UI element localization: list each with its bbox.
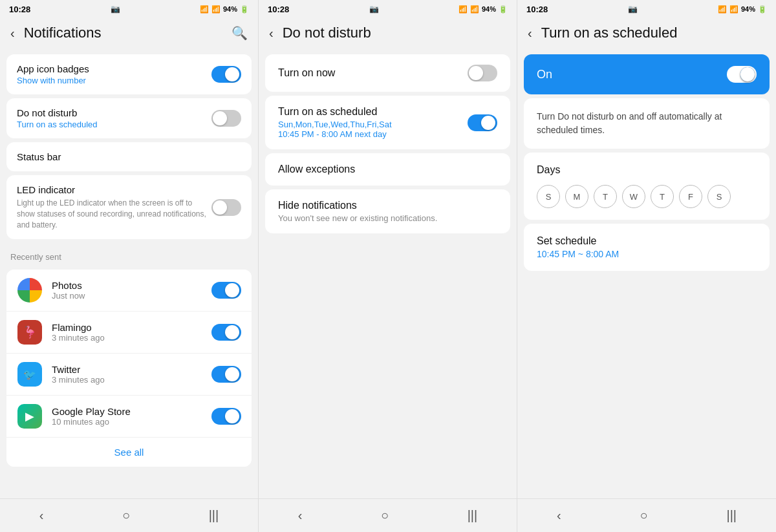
allow-exceptions-item[interactable]: Allow exceptions (265, 153, 510, 186)
nav-recents-2[interactable]: ||| (462, 503, 483, 528)
day-friday[interactable]: F (679, 185, 702, 208)
list-item: 🐦 Twitter 3 minutes ago (6, 354, 252, 396)
twitter-icon: 🐦 (17, 361, 43, 387)
header-2: ‹ Do not disturb (259, 18, 517, 50)
list-item: Photos Just now (6, 270, 252, 312)
status-bar-card: Status bar (6, 142, 252, 171)
bottom-nav-3: ‹ ○ ||| (517, 498, 776, 532)
recently-sent-label: Recently sent (0, 243, 258, 266)
do-not-disturb-item: Do not disturb Turn on as scheduled (6, 98, 252, 138)
panel-notifications: 10:28 📷 📶 📶 94% 🔋 ‹ Notifications 🔍 App … (0, 0, 259, 532)
days-row: S M T W T F S (537, 185, 757, 208)
list-item: ▶ Google Play Store 10 minutes ago (6, 396, 252, 438)
day-saturday[interactable]: S (707, 185, 731, 208)
nav-home-1[interactable]: ○ (117, 503, 135, 528)
nav-back-3[interactable]: ‹ (552, 503, 566, 528)
day-wednesday[interactable]: W (622, 185, 645, 208)
do-not-disturb-toggle[interactable] (211, 110, 241, 127)
nav-home-3[interactable]: ○ (634, 503, 652, 528)
signal-icon-3: 📶 (729, 5, 738, 14)
nav-back-2[interactable]: ‹ (293, 503, 308, 528)
nav-home-2[interactable]: ○ (376, 503, 394, 528)
play-store-icon: ▶ (17, 403, 43, 429)
photos-toggle[interactable] (211, 282, 241, 299)
back-button-3[interactable]: ‹ (528, 26, 532, 41)
twitter-time: 3 minutes ago (52, 375, 211, 385)
back-button-1[interactable]: ‹ (10, 26, 15, 41)
allow-exceptions-title: Allow exceptions (278, 164, 497, 175)
battery-icon-2: 🔋 (499, 5, 508, 14)
on-toggle[interactable] (727, 66, 757, 83)
page-title-3: Turn on as scheduled (541, 25, 766, 41)
led-indicator-subtitle: Light up the LED indicator when the scre… (17, 198, 211, 230)
twitter-info: Twitter 3 minutes ago (52, 364, 211, 385)
turn-on-now-title: Turn on now (278, 67, 468, 79)
status-icons-2: 📶 📶 94% 🔋 (458, 5, 508, 14)
hide-notifications-subtitle: You won't see new or existing notificati… (278, 213, 497, 223)
day-tuesday[interactable]: T (594, 185, 617, 208)
flamingo-toggle[interactable] (211, 324, 241, 341)
turn-on-now-toggle[interactable] (468, 65, 497, 81)
flamingo-info: Flamingo 3 minutes ago (52, 322, 211, 343)
page-title-1: Notifications (24, 25, 232, 41)
header-1: ‹ Notifications 🔍 (0, 18, 258, 50)
play-store-name: Google Play Store (52, 406, 211, 417)
day-monday[interactable]: M (565, 185, 588, 208)
panel-do-not-disturb: 10:28 📷 📶 📶 94% 🔋 ‹ Do not disturb Turn … (259, 0, 517, 532)
signal-icon: 📶 (211, 5, 221, 14)
led-indicator-toggle[interactable] (211, 199, 241, 216)
day-thursday[interactable]: T (651, 185, 674, 208)
led-indicator-text: LED indicator Light up the LED indicator… (17, 184, 211, 230)
status-icon-image-3: 📷 (628, 5, 638, 14)
panel-turn-on-scheduled: 10:28 📷 📶 📶 94% 🔋 ‹ Turn on as scheduled… (517, 0, 776, 532)
set-schedule-card[interactable]: Set schedule 10:45 PM ~ 8:00 AM (524, 224, 770, 271)
app-icon-badges-toggle[interactable] (211, 66, 241, 83)
see-all-button[interactable]: See all (6, 438, 252, 467)
battery-icon: 🔋 (240, 5, 249, 14)
nav-recents-3[interactable]: ||| (721, 503, 742, 528)
bottom-nav-2: ‹ ○ ||| (259, 498, 517, 532)
do-not-disturb-card: Do not disturb Turn on as scheduled (6, 98, 252, 138)
app-icon-badges-text: App icon badges Show with number (17, 63, 211, 85)
flamingo-time: 3 minutes ago (52, 333, 211, 343)
turn-on-scheduled-title: Turn on as scheduled (278, 106, 468, 118)
hide-notifications-item[interactable]: Hide notifications You won't see new or … (265, 189, 510, 233)
content-2: Turn on now Turn on as scheduled Sun,Mon… (259, 50, 517, 532)
day-sunday[interactable]: S (537, 185, 560, 208)
photos-name: Photos (52, 280, 211, 291)
list-item: 🦩 Flamingo 3 minutes ago (6, 312, 252, 354)
photos-info: Photos Just now (52, 280, 211, 301)
turn-on-scheduled-toggle[interactable] (468, 114, 497, 131)
status-bar-3: 10:28 📷 📶 📶 94% 🔋 (517, 0, 776, 18)
status-bar-text: Status bar (17, 151, 241, 162)
hide-notifications-title: Hide notifications (278, 200, 497, 211)
status-bar-1: 10:28 📷 📶 📶 94% 🔋 (0, 0, 258, 18)
time-1: 10:28 (9, 5, 30, 14)
turn-on-scheduled-card: Turn on as scheduled Sun,Mon,Tue,Wed,Thu… (265, 96, 510, 149)
app-icon-badges-title: App icon badges (17, 63, 211, 74)
turn-on-scheduled-item: Turn on as scheduled Sun,Mon,Tue,Wed,Thu… (265, 96, 510, 149)
recently-sent-card: Photos Just now 🦩 Flamingo 3 minutes ago (6, 270, 252, 467)
wifi-icon-2: 📶 (458, 5, 468, 14)
do-not-disturb-subtitle[interactable]: Turn on as scheduled (17, 120, 211, 129)
play-store-toggle[interactable] (211, 408, 241, 425)
content-1: App icon badges Show with number Do not … (0, 50, 258, 532)
content-3: On Turn Do not disturb on and off automa… (517, 50, 776, 532)
led-indicator-card: LED indicator Light up the LED indicator… (6, 175, 252, 239)
do-not-disturb-title: Do not disturb (17, 107, 211, 118)
twitter-toggle[interactable] (211, 366, 241, 383)
led-indicator-title: LED indicator (17, 184, 211, 195)
info-text: Turn Do not disturb on and off automatic… (537, 110, 757, 137)
battery-1: 94% (223, 5, 237, 13)
do-not-disturb-text: Do not disturb Turn on as scheduled (17, 107, 211, 129)
back-button-2[interactable]: ‹ (269, 26, 274, 41)
scheduled-days: Sun,Mon,Tue,Wed,Thu,Fri,Sat (278, 120, 468, 129)
turn-on-now-card: Turn on now (265, 54, 510, 92)
wifi-icon: 📶 (200, 5, 209, 14)
nav-recents-1[interactable]: ||| (204, 503, 224, 528)
status-bar-title: Status bar (17, 151, 241, 162)
search-button-1[interactable]: 🔍 (232, 25, 248, 41)
signal-icon-2: 📶 (470, 5, 479, 14)
status-bar-2: 10:28 📷 📶 📶 94% 🔋 (259, 0, 517, 18)
nav-back-1[interactable]: ‹ (34, 503, 49, 528)
